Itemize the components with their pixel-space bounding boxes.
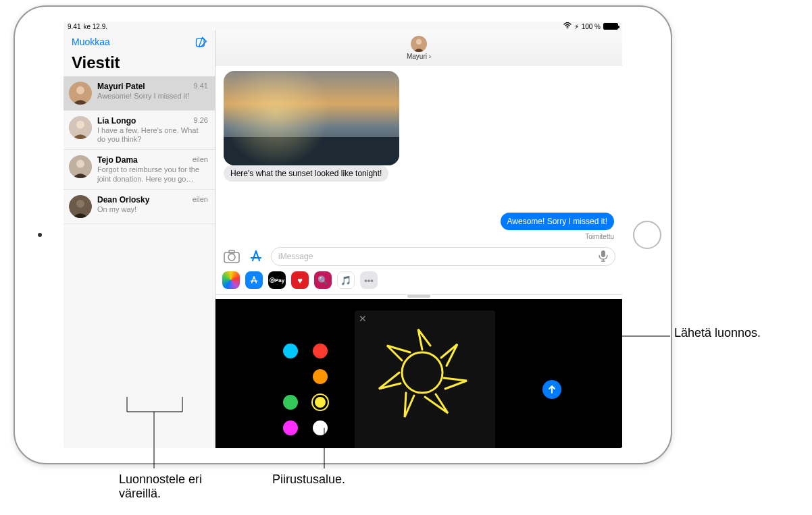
chat-pane: Mayuri › Here's what the sunset looked l…: [215, 30, 622, 448]
svg-point-6: [76, 160, 84, 168]
callout-canvas: Piirustusalue.: [272, 472, 345, 487]
svg-point-2: [76, 86, 84, 94]
home-button[interactable]: [633, 221, 661, 249]
color-palette: [283, 344, 328, 435]
sketch-canvas[interactable]: ✕: [355, 310, 495, 448]
avatar: [411, 36, 427, 52]
device-camera: [38, 233, 42, 237]
microphone-icon[interactable]: [599, 250, 608, 264]
svg-point-4: [76, 121, 84, 129]
chat-header[interactable]: Mayuri ›: [215, 30, 622, 65]
chat-contact-name: Mayuri ›: [407, 53, 431, 60]
color-magenta[interactable]: [283, 421, 298, 435]
outgoing-message: Awesome! Sorry I missed it!: [501, 213, 615, 230]
color-white[interactable]: [313, 421, 328, 435]
svg-rect-13: [229, 250, 234, 253]
conv-name: Tejo Dama: [97, 155, 138, 165]
battery-percent: 100 %: [582, 23, 601, 30]
conversation-row[interactable]: Tejo Damaeilen Forgot to reimburse you f…: [64, 150, 215, 189]
conversations-sidebar: Muokkaa Viestit Mayuri Patel9.41 Awesome…: [64, 30, 215, 448]
color-green[interactable]: [283, 395, 298, 410]
svg-point-8: [76, 200, 84, 208]
conv-time: 9.26: [194, 116, 208, 126]
digital-touch-panel: ✕: [215, 299, 622, 448]
avatar: [69, 116, 92, 139]
callout-send: Lähetä luonnos.: [674, 326, 761, 340]
conversation-row[interactable]: Mayuri Patel9.41 Awesome! Sorry I missed…: [64, 76, 215, 111]
images-app-icon[interactable]: 🔍: [314, 271, 332, 289]
conversation-row[interactable]: Lia Longo9.26 I have a few. Here's one. …: [64, 111, 215, 150]
digitaltouch-app-icon[interactable]: ♥: [291, 271, 309, 289]
svg-point-10: [416, 38, 422, 44]
conv-time: eilen: [193, 155, 208, 165]
compose-icon[interactable]: [195, 36, 207, 48]
incoming-message: Here's what the sunset looked like tonig…: [224, 165, 388, 182]
color-cyan[interactable]: [283, 344, 298, 358]
message-input[interactable]: iMessage: [271, 247, 615, 266]
svg-point-12: [228, 254, 235, 261]
charging-icon: ⚡︎: [574, 23, 579, 30]
applepay-app-icon[interactable]: ⓐPay: [268, 271, 286, 289]
image-message[interactable]: [224, 71, 399, 165]
avatar: [69, 195, 92, 218]
camera-icon[interactable]: [222, 247, 241, 266]
color-yellow-selected[interactable]: [313, 395, 328, 410]
sidebar-title: Viestit: [64, 53, 215, 76]
message-placeholder: iMessage: [278, 252, 313, 261]
conv-preview: Awesome! Sorry I missed it!: [97, 92, 208, 101]
drawer-handle[interactable]: [407, 295, 430, 298]
appstore-icon[interactable]: [247, 247, 265, 266]
edit-button[interactable]: Muokkaa: [72, 36, 110, 47]
color-orange[interactable]: [313, 369, 328, 384]
conv-preview: I have a few. Here's one. What do you th…: [97, 126, 208, 144]
svg-rect-14: [601, 250, 605, 257]
avatar: [69, 82, 92, 105]
send-sketch-button[interactable]: [542, 380, 561, 399]
svg-point-15: [402, 352, 442, 393]
app-strip: ⓐPay ♥ 🔍 🎵 •••: [215, 269, 622, 295]
more-apps-icon[interactable]: •••: [360, 271, 378, 289]
color-red[interactable]: [313, 344, 328, 358]
status-bar: 9.41 ke 12.9. ⚡︎ 100 %: [64, 22, 622, 30]
appstore-app-icon[interactable]: [245, 271, 263, 289]
conv-time: 9.41: [194, 82, 208, 91]
status-date: ke 12.9.: [83, 23, 107, 30]
callout-colors: Luonnostele eri väreillä.: [119, 472, 213, 501]
conv-name: Lia Longo: [97, 116, 136, 126]
conv-preview: Forgot to reimburse you for the joint do…: [97, 165, 208, 183]
delivered-label: Toimitettu: [585, 233, 614, 240]
status-time: 9.41: [68, 23, 80, 30]
avatar: [69, 155, 92, 178]
conversation-row[interactable]: Dean Orloskyeilen On my way!: [64, 190, 215, 224]
close-icon[interactable]: ✕: [359, 313, 367, 324]
photos-app-icon[interactable]: [222, 271, 240, 289]
conv-time: eilen: [193, 195, 208, 205]
battery-icon: [603, 23, 618, 30]
conv-name: Dean Orlosky: [97, 195, 149, 205]
wifi-icon: [563, 22, 572, 30]
music-app-icon[interactable]: 🎵: [337, 271, 355, 289]
conv-preview: On my way!: [97, 205, 208, 214]
conv-name: Mayuri Patel: [97, 82, 145, 91]
